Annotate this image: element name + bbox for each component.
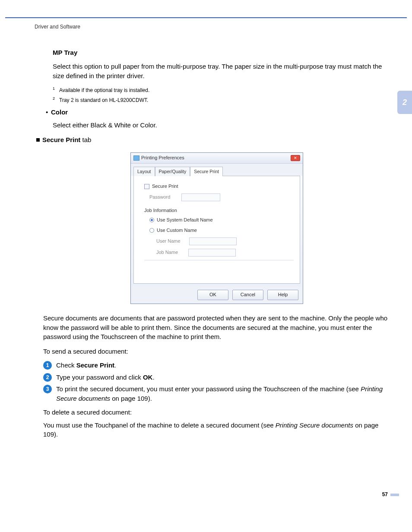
delete-para-link: Printing Secure documents — [276, 421, 353, 429]
page-number-bar — [390, 494, 399, 496]
step-3: 3 To print the secured document, you mus… — [43, 384, 390, 403]
printer-icon — [133, 155, 139, 161]
page-number: 57 — [382, 491, 388, 497]
step-3-text: To print the secured document, you must … — [56, 384, 390, 403]
dialog-wrapper: Printing Preferences ✕ Layout Paper/Qual… — [43, 152, 390, 304]
radio-system-default-label: Use System Default Name — [157, 217, 213, 224]
step-1-text: Check Secure Print. — [56, 361, 390, 370]
step-2-bold: OK — [143, 374, 153, 381]
dialog-body: Secure Print Password Job Information Us… — [133, 176, 300, 284]
footnote-2-sup: 2 — [53, 96, 55, 101]
color-title: Color — [51, 108, 68, 116]
step-1-bold: Secure Print — [76, 361, 114, 369]
printing-preferences-dialog: Printing Preferences ✕ Layout Paper/Qual… — [130, 152, 303, 304]
step-1: 1 Check Secure Print. — [43, 361, 390, 370]
step-1-pre: Check — [56, 361, 76, 369]
send-secured-intro: To send a secured document: — [43, 347, 390, 356]
step-1-badge: 1 — [43, 361, 52, 370]
user-name-label: User Name — [156, 238, 181, 245]
user-name-row: User Name — [156, 238, 294, 245]
color-desc: Select either Black & White or Color. — [53, 120, 390, 130]
step-1-post: . — [114, 361, 116, 369]
radio-custom-row: Use Custom Name — [149, 227, 294, 234]
user-name-input[interactable] — [189, 238, 237, 245]
step-3-badge: 3 — [43, 385, 52, 393]
password-label: Password — [149, 194, 170, 201]
tab-secure-print[interactable]: Secure Print — [190, 167, 223, 176]
footnote-1-sup: 1 — [53, 86, 55, 91]
top-rule — [5, 17, 407, 18]
mp-tray-heading: MP Tray — [53, 48, 390, 57]
page-number-area: 57 — [0, 491, 399, 498]
chapter-tab: 2 — [397, 91, 412, 114]
step-3-post: on page 109). — [110, 395, 152, 402]
footnote-2-text: Tray 2 is standard on HL-L9200CDWT. — [59, 97, 148, 103]
dialog-separator — [144, 260, 294, 260]
footnote-1-text: Available if the optional tray is instal… — [59, 87, 149, 93]
step-3-pre: To print the secured document, you must … — [56, 385, 361, 393]
step-2-badge: 2 — [43, 373, 52, 382]
dialog-button-row: OK Cancel Help — [131, 286, 303, 304]
job-name-row: Job Name — [156, 249, 294, 256]
ok-button[interactable]: OK — [197, 290, 228, 300]
delete-secured-paragraph: You must use the Touchpanel of the machi… — [43, 421, 390, 440]
password-input[interactable] — [181, 193, 220, 201]
secure-print-label: Secure Print — [42, 136, 80, 143]
footnote-2: 2Tray 2 is standard on HL-L9200CDWT. — [53, 96, 390, 104]
mp-tray-desc: Select this option to pull paper from th… — [53, 62, 390, 81]
secure-print-tab-heading: Secure Print tab — [36, 135, 390, 145]
cancel-button[interactable]: Cancel — [232, 290, 263, 300]
help-button[interactable]: Help — [267, 290, 298, 300]
tab-paper-quality[interactable]: Paper/Quality — [155, 167, 190, 176]
job-information-title: Job Information — [144, 207, 294, 214]
page-content: MP Tray Select this option to pull paper… — [43, 48, 390, 439]
dialog-tabstrip: Layout Paper/Quality Secure Print — [131, 164, 303, 176]
dialog-title-text: Printing Preferences — [141, 155, 184, 162]
bullet-dot: • — [46, 108, 51, 117]
job-name-label: Job Name — [156, 249, 178, 256]
job-name-input[interactable] — [188, 249, 236, 256]
step-2-pre: Type your password and click — [56, 374, 143, 381]
radio-system-default[interactable] — [149, 218, 154, 222]
square-bullet-icon — [36, 138, 40, 142]
color-bullet-row: •Color — [46, 108, 390, 117]
dialog-titlebar: Printing Preferences ✕ — [131, 153, 303, 164]
secure-print-checkbox-row: Secure Print — [144, 183, 294, 190]
step-2-post: . — [152, 374, 154, 381]
secure-documents-paragraph: Secure documents are documents that are … — [43, 314, 390, 342]
tab-layout[interactable]: Layout — [133, 167, 155, 176]
radio-custom-name[interactable] — [149, 228, 154, 233]
step-2-text: Type your password and click OK. — [56, 373, 390, 382]
secure-print-checkbox[interactable] — [144, 184, 149, 189]
radio-default-row: Use System Default Name — [149, 217, 294, 224]
password-row: Password — [149, 193, 294, 201]
breadcrumb: Driver and Software — [35, 23, 412, 31]
step-2: 2 Type your password and click OK. — [43, 373, 390, 382]
secure-print-checkbox-label: Secure Print — [152, 183, 178, 190]
delete-secured-intro: To delete a secured document: — [43, 408, 390, 417]
delete-para-pre: You must use the Touchpanel of the machi… — [43, 421, 276, 429]
footnote-1: 1Available if the optional tray is insta… — [53, 86, 390, 94]
secure-print-suffix: tab — [80, 136, 91, 143]
dialog-close-button[interactable]: ✕ — [291, 155, 300, 161]
radio-custom-name-label: Use Custom Name — [157, 227, 197, 234]
